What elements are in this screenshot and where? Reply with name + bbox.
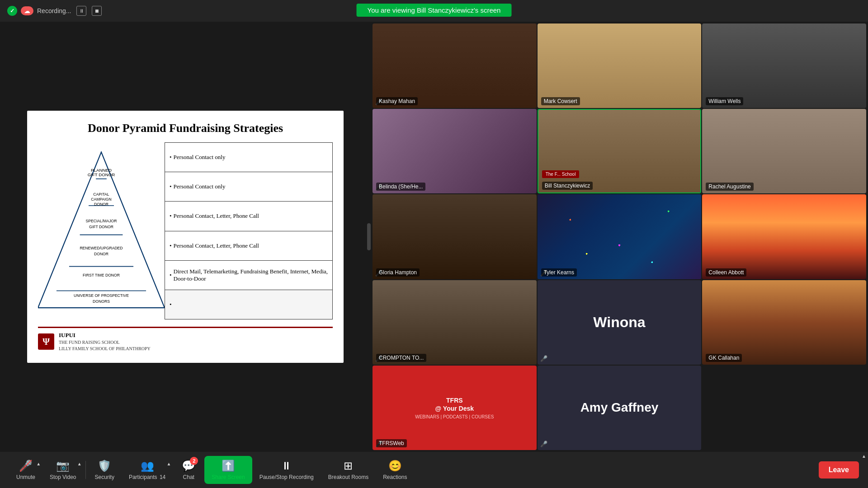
name-kashay: Kashay Mahan [376,97,418,105]
video-cell-crompton: 🎤 CROMPTON TO... [373,280,537,365]
video-cell-kashay: 🎤 Kashay Mahan [373,23,537,108]
video-cell-winona: 🎤 Winona [538,280,702,365]
participants-text: Participants [129,474,157,480]
video-grid: 🎤 Kashay Mahan Mark Cowsert William Well… [371,22,868,452]
video-cell-tfrs: TFRS@ Your Desk WEBINARS | PODCASTS | CO… [373,366,537,450]
svg-text:DONOR: DONOR [94,252,108,256]
reactions-label: Reactions [383,474,407,480]
recording-label: Recording... [37,7,71,14]
separator-1 [85,461,86,479]
name-bill: Bill Stanczykiewicz [542,182,593,190]
share-screen-icon: ⬆️ [222,460,235,472]
svg-text:DONORS: DONORS [93,300,110,304]
video-cell-tyler: 🎤 Tyler Kearns [538,194,702,279]
iupui-trident-icon: Ψ [38,333,54,350]
pyramid-right: Personal Contact only Personal Contact o… [165,142,333,319]
slide-resizer[interactable] [367,223,371,250]
reactions-button[interactable]: 😊 Reactions [376,460,414,480]
name-tfrs: TFRSWeb [376,439,407,447]
pyramid-row-4: Direct Mail, Telemarketing, Fundraising … [165,261,332,290]
cloud-recording-icon [21,6,33,15]
slide-footer: Ψ IUPUI THE FUND RAISING SCHOOL LILLY FA… [38,327,333,352]
chat-icon: 💬 2 [182,460,195,472]
svg-text:UNIVERSE OF PROSPECTIVE: UNIVERSE OF PROSPECTIVE [74,294,129,298]
participants-button[interactable]: 👥 Participants 14 ▲ [122,460,173,480]
microphone-icon: 🎤 [19,460,33,472]
bottom-toolbar: 🎤 Unmute ▲ 📷 Stop Video ▲ 🛡️ Security 👥 … [0,452,868,488]
camera-icon: 📷 [56,460,70,472]
name-tyler: Tyler Kearns [541,268,577,277]
security-label: Security [95,474,114,480]
name-rachel: Rachel Augustine [706,183,753,191]
pyramid-svg: PLANNED GIFT DONOR CAPITAL CAMPAIGN DONO… [38,142,165,318]
slide-footer-line2: LILLY FAMILY SCHOOL OF PHILANTHROPY [59,346,151,352]
unmute-label: Unmute [16,474,35,480]
mute-icon-amy: 🎤 [540,441,547,447]
participants-count: 14 [160,474,165,480]
unmute-button[interactable]: 🎤 Unmute ▲ [9,460,42,480]
video-cell-amy: 🎤 Amy Gaffney [538,366,702,450]
pause-recording-label: Pause/Stop Recording [259,474,314,480]
pause-stop-icon: ⏸ [281,460,292,472]
video-cell-rachel: Rachel Augustine [702,109,866,193]
stop-video-button[interactable]: 📷 Stop Video ▲ [42,460,84,480]
video-cell-colleen: Colleen Abbott [702,194,866,279]
participants-chevron[interactable]: ▲ [166,461,171,466]
amy-name-display: Amy Gaffney [580,400,659,415]
name-gk: GK Callahan [706,354,742,362]
recording-indicator: Recording... [7,6,102,16]
video-cell-mark: Mark Cowsert [538,23,702,108]
chat-button[interactable]: 💬 2 Chat [173,460,204,480]
svg-text:CAMPAIGN: CAMPAIGN [91,197,111,202]
share-screen-button[interactable]: ⬆️ Share Screen ▲ [204,456,252,484]
slide-footer-line1: THE FUND RAISING SCHOOL [59,339,151,346]
leave-button[interactable]: Leave [819,461,859,479]
video-cell-william: William Wells [702,23,866,108]
stop-video-label: Stop Video [50,474,76,480]
name-mark: Mark Cowsert [541,97,580,105]
chat-label: Chat [183,474,194,480]
pause-recording-button[interactable] [76,6,86,16]
viewing-banner: You are viewing Bill Stanczykiewicz's sc… [357,4,512,17]
participants-icon: 👥 [141,460,154,472]
name-colleen: Colleen Abbott [706,268,746,277]
name-gloria: Gloria Hampton [376,268,420,277]
reactions-icon: 😊 [388,460,402,472]
security-button[interactable]: 🛡️ Security [88,460,122,480]
svg-text:RENEWED/UPGRADED: RENEWED/UPGRADED [80,246,123,250]
stop-recording-button[interactable] [92,6,102,16]
winona-name-display: Winona [593,314,645,331]
name-william: William Wells [706,97,743,105]
share-screen-chevron[interactable]: ▲ [862,454,866,459]
video-cell-belinda: 🎤 Belinda (She/He... [373,109,537,193]
tfrs-title: TFRS@ Your Desk [435,396,474,413]
slide-title: Donor Pyramid Fundraising Strategies [38,122,333,135]
chat-badge: 2 [190,457,198,465]
name-crompton: CROMPTON TO... [376,354,426,362]
pause-stop-recording-button[interactable]: ⏸ Pause/Stop Recording [252,460,321,480]
tfrs-subtitle: WEBINARS | PODCASTS | COURSES [415,414,494,419]
security-icon: 🛡️ [98,460,111,472]
pyramid-row-2: Personal Contact, Letter, Phone Call [165,202,332,231]
breakout-rooms-button[interactable]: ⊞ Breakout Rooms [321,460,376,480]
svg-text:GIFT DONOR: GIFT DONOR [88,173,115,178]
name-belinda: Belinda (She/He... [376,183,425,191]
pyramid-row-3: Personal Contact, Letter, Phone Call [165,231,332,261]
svg-text:DONOR: DONOR [94,202,108,206]
main-area: Donor Pyramid Fundraising Strategies [0,22,868,452]
svg-text:GIFT DONOR: GIFT DONOR [89,225,113,229]
iupui-logo: Ψ IUPUI THE FUND RAISING SCHOOL LILLY FA… [38,332,151,352]
iupui-org-name: IUPUI [59,332,151,339]
pyramid-row-1: Personal Contact only [165,172,332,202]
unmute-chevron[interactable]: ▲ [36,461,41,466]
video-chevron[interactable]: ▲ [77,461,82,466]
svg-text:SPECIAL/MAJOR: SPECIAL/MAJOR [86,219,117,223]
recording-status-dot [7,6,17,16]
pyramid-left: PLANNED GIFT DONOR CAPITAL CAMPAIGN DONO… [38,142,165,319]
pyramid-row-5 [165,290,332,319]
breakout-rooms-label: Breakout Rooms [328,474,368,480]
pyramid-row-0: Personal Contact only [165,143,332,172]
slide-area: Donor Pyramid Fundraising Strategies [0,22,371,452]
video-cell-gloria: 🎤 Gloria Hampton [373,194,537,279]
mute-icon-winona: 🎤 [540,355,547,362]
